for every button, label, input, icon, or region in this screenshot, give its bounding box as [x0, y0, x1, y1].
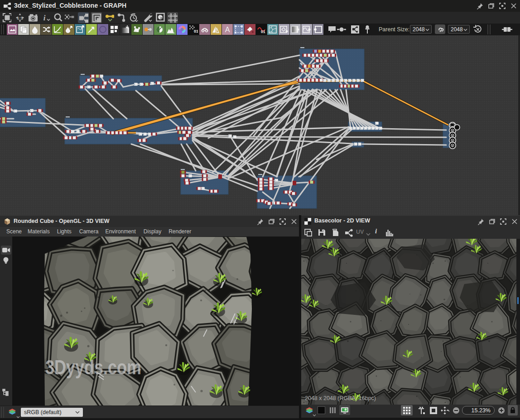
svg-text:i: i	[43, 14, 46, 22]
svg-text:01: 01	[194, 29, 198, 34]
svg-text:2048 x 2048 (RGBA, 16bpc): 2048 x 2048 (RGBA, 16bpc)	[305, 395, 376, 401]
svg-text:01: 01	[261, 29, 265, 34]
svg-text:A: A	[225, 26, 230, 34]
svg-text:3Dyyds.com: 3Dyyds.com	[45, 356, 141, 378]
